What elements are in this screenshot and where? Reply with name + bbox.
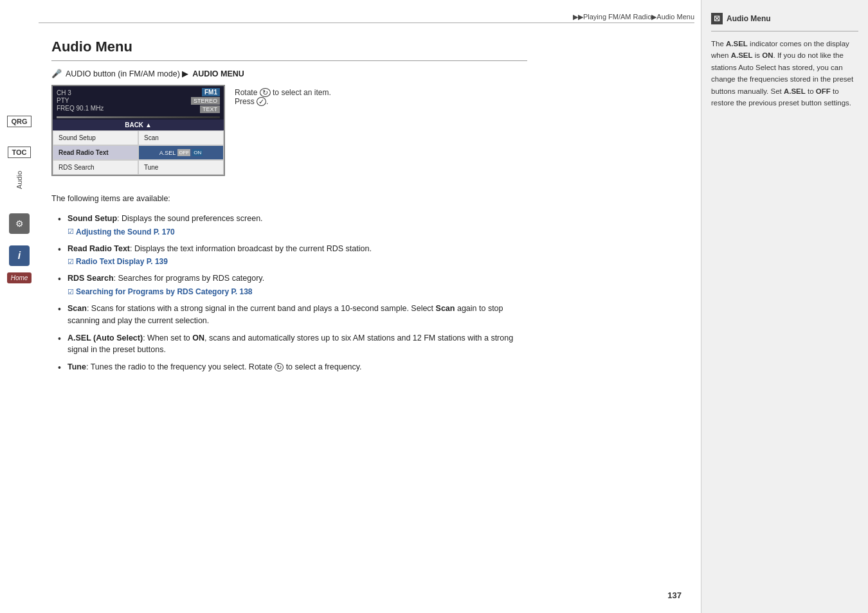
asel-label: A.SEL bbox=[159, 150, 176, 156]
label-rds-search: RDS Search bbox=[68, 274, 114, 283]
menu-asel[interactable]: A.SEL OFF ON bbox=[138, 145, 224, 160]
label-scan: Scan bbox=[68, 304, 87, 313]
rotate-instruction: Rotate ↻ to select an item. Press ✓. bbox=[235, 88, 350, 106]
screen-top-bar: CH 3 PTY FREQ 90.1 MHz FM1 STEREO TEXT bbox=[53, 86, 224, 115]
crossref-rds[interactable]: ☑ Searching for Programs by RDS Category… bbox=[68, 286, 527, 298]
right-panel: ☒ Audio Menu The A.SEL indicator comes o… bbox=[701, 0, 868, 613]
page-number: 137 bbox=[667, 591, 682, 600]
crossref-link-rds[interactable]: Searching for Programs by RDS Category P… bbox=[76, 286, 253, 298]
panel-body: The A.SEL indicator comes on the display… bbox=[711, 38, 858, 109]
text-tune: : Tunes the radio to the frequency you s… bbox=[86, 362, 362, 371]
panel-divider bbox=[711, 31, 858, 31]
toc-badge[interactable]: TOC bbox=[8, 147, 30, 158]
asel-ref-3: A.SEL bbox=[784, 87, 806, 95]
menu-rds-search[interactable]: RDS Search bbox=[53, 160, 138, 175]
instruction-prefix: AUDIO button (in FM/AM mode) ▶ bbox=[66, 69, 188, 78]
menu-scan[interactable]: Scan bbox=[138, 130, 224, 145]
breadcrumb: ▶▶Playing FM/AM Radio▶Audio Menu bbox=[573, 13, 694, 21]
signal-bar bbox=[57, 116, 220, 118]
info-icon[interactable]: i bbox=[9, 245, 30, 266]
crossref-sound-setup[interactable]: ☑ Adjusting the Sound P. 170 bbox=[68, 226, 527, 238]
menu-sound-setup[interactable]: Sound Setup bbox=[53, 130, 138, 145]
off-ref: OFF bbox=[816, 87, 831, 95]
qrg-badge[interactable]: QRG bbox=[7, 116, 31, 127]
menu-tune[interactable]: Tune bbox=[138, 160, 224, 175]
crossref-link-sound[interactable]: Adjusting the Sound P. 170 bbox=[76, 226, 175, 238]
label-sound-setup: Sound Setup bbox=[68, 214, 117, 223]
info-icon-symbol: i bbox=[18, 250, 21, 262]
text-rds-search: : Searches for programs by RDS category. bbox=[114, 274, 265, 283]
panel-icon: ☒ bbox=[711, 13, 723, 24]
screen-top-left: CH 3 PTY FREQ 90.1 MHz bbox=[57, 89, 104, 112]
home-badge[interactable]: Home bbox=[7, 272, 32, 283]
content-body: The following items are available: Sound… bbox=[51, 193, 527, 376]
screen-ch: CH 3 bbox=[57, 89, 104, 96]
back-row: BACK ▲ bbox=[53, 120, 224, 130]
screen-mockup: CH 3 PTY FREQ 90.1 MHz FM1 STEREO TEXT B… bbox=[51, 85, 225, 176]
main-content: Audio Menu 🎤 AUDIO button (in FM/AM mode… bbox=[39, 0, 547, 613]
back-arrow: ▲ bbox=[145, 121, 152, 129]
bullet-rds-search: RDS Search: Searches for programs by RDS… bbox=[58, 270, 527, 300]
crossref-arrow-2: ☑ bbox=[68, 256, 74, 267]
bullet-read-radio-text: Read Radio Text: Displays the text infor… bbox=[58, 240, 527, 271]
text-badge: TEXT bbox=[200, 105, 220, 113]
screen-top-right: FM1 STEREO TEXT bbox=[191, 88, 220, 113]
menu-read-radio-text[interactable]: Read Radio Text bbox=[53, 145, 138, 160]
bullet-sound-setup: Sound Setup: Displays the sound preferen… bbox=[58, 210, 527, 240]
audio-label: Audio bbox=[15, 171, 23, 189]
bullet-asel: A.SEL (Auto Select): When set to ON, sca… bbox=[58, 330, 527, 359]
label-tune: Tune bbox=[68, 362, 86, 371]
menu-grid: Sound Setup Scan Read Radio Text A.SEL O… bbox=[53, 130, 224, 175]
instruction-bold: AUDIO MENU bbox=[192, 69, 244, 78]
panel-header: ☒ Audio Menu bbox=[711, 13, 858, 24]
left-sidebar: QRG TOC Audio ⚙ i Home bbox=[0, 0, 39, 613]
text-read-radio: : Displays the text information broadcas… bbox=[130, 244, 372, 253]
text-scan: : Scans for stations with a strong signa… bbox=[68, 304, 503, 325]
breadcrumb-text: ▶▶Playing FM/AM Radio▶Audio Menu bbox=[573, 13, 694, 21]
bullet-tune: Tune: Tunes the radio to the frequency y… bbox=[58, 359, 527, 376]
text-sound-setup: : Displays the sound preferences screen. bbox=[117, 214, 263, 223]
crossref-link-radio[interactable]: Radio Text Display P. 139 bbox=[76, 256, 168, 267]
asel-on: ON bbox=[192, 149, 203, 156]
panel-icon-symbol: ☒ bbox=[714, 15, 720, 23]
screen-freq: FREQ 90.1 MHz bbox=[57, 105, 104, 112]
asel-off: OFF bbox=[177, 149, 190, 156]
fm-badge: FM1 bbox=[202, 88, 220, 96]
settings-icon[interactable]: ⚙ bbox=[9, 213, 30, 234]
asel-ref-1: A.SEL bbox=[726, 40, 748, 48]
mic-icon: 🎤 bbox=[51, 69, 62, 78]
panel-title: Audio Menu bbox=[727, 14, 771, 23]
screen-pty: PTY bbox=[57, 97, 104, 104]
page-title: Audio Menu bbox=[51, 39, 527, 61]
bullet-list: Sound Setup: Displays the sound preferen… bbox=[51, 210, 527, 376]
asel-ref-2: A.SEL bbox=[731, 51, 753, 59]
crossref-arrow-1: ☑ bbox=[68, 226, 74, 237]
crossref-radio-text[interactable]: ☑ Radio Text Display P. 139 bbox=[68, 256, 527, 267]
intro-text: The following items are available: bbox=[51, 193, 527, 205]
stereo-badge: STEREO bbox=[191, 97, 220, 105]
label-asel: A.SEL (Auto Select) bbox=[68, 333, 143, 342]
crossref-arrow-3: ☑ bbox=[68, 287, 74, 298]
bullet-scan: Scan: Scans for stations with a strong s… bbox=[58, 300, 527, 330]
on-ref: ON bbox=[762, 51, 773, 59]
instruction-line: 🎤 AUDIO button (in FM/AM mode) ▶ AUDIO M… bbox=[51, 69, 527, 78]
settings-icon-symbol: ⚙ bbox=[15, 218, 24, 229]
back-label: BACK bbox=[125, 121, 143, 129]
label-read-radio: Read Radio Text bbox=[68, 244, 130, 253]
